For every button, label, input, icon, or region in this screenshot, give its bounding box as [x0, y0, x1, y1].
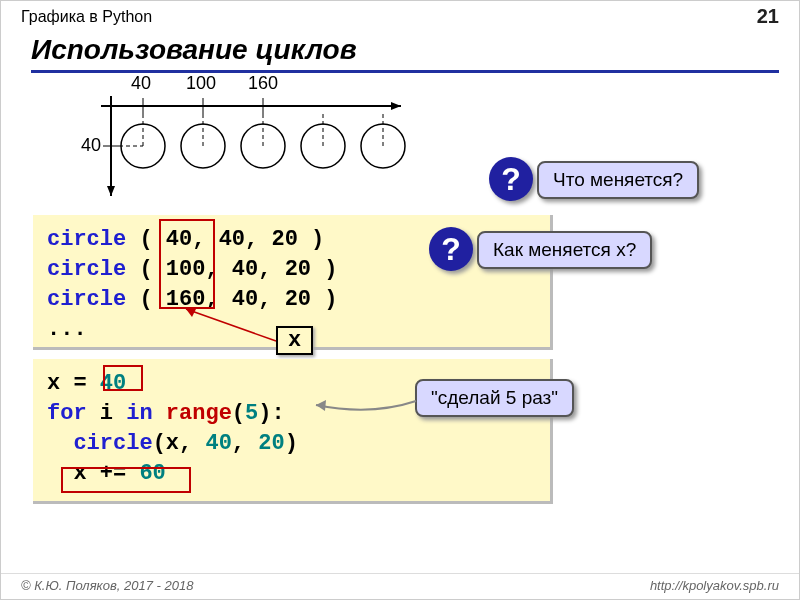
svg-marker-20	[186, 309, 196, 317]
tick-100: 100	[186, 73, 216, 94]
header: Графика в Python 21	[1, 1, 799, 30]
page-number: 21	[757, 5, 779, 28]
axis-diagram	[81, 86, 411, 206]
footer-copyright: © К.Ю. Поляков, 2017 - 2018	[21, 578, 193, 593]
tick-160: 160	[248, 73, 278, 94]
arrow-do5	[311, 391, 431, 421]
callout-do5: "сделай 5 раз"	[415, 379, 574, 417]
svg-marker-21	[316, 400, 326, 411]
code1-line3: circle ( 160, 40, 20 )	[47, 285, 536, 315]
svg-marker-3	[391, 102, 401, 110]
slide: Графика в Python 21 Использование циклов…	[0, 0, 800, 600]
svg-marker-1	[107, 186, 115, 196]
callout-what-changes: Что меняется?	[537, 161, 699, 199]
question-badge-2: ?	[429, 227, 473, 271]
question-badge-1: ?	[489, 157, 533, 201]
arrow-to-x	[171, 291, 291, 351]
footer: © К.Ю. Поляков, 2017 - 2018 http://kpoly…	[1, 573, 799, 593]
footer-url: http://kpolyakov.spb.ru	[650, 578, 779, 593]
highlight-x-inc	[61, 467, 191, 493]
ylabel-40: 40	[81, 135, 101, 156]
callout-how-x: Как меняется x?	[477, 231, 652, 269]
slide-title: Использование циклов	[31, 34, 779, 73]
svg-line-19	[186, 309, 276, 341]
code2-line3: circle(x, 40, 20)	[47, 429, 536, 459]
highlight-x-init	[103, 365, 143, 391]
tick-40: 40	[131, 73, 151, 94]
header-subject: Графика в Python	[21, 8, 152, 26]
